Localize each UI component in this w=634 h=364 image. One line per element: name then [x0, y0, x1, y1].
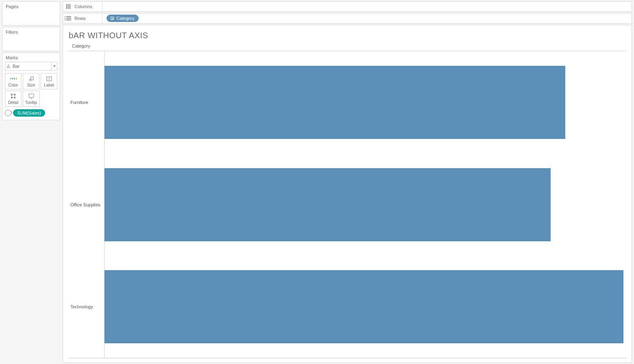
bar-furniture[interactable]: [105, 66, 565, 139]
svg-rect-5: [11, 97, 13, 98]
filters-title: Filters: [2, 27, 60, 37]
detail-button[interactable]: Detail: [5, 91, 22, 107]
columns-content[interactable]: [102, 2, 628, 11]
tooltip-icon: [28, 93, 35, 100]
right-area: Columns Rows Category bAR WITHOUT AXIS C…: [61, 0, 634, 364]
detail-label: Detail: [8, 100, 19, 105]
bars-column: [105, 51, 627, 358]
tooltip-label: Tooltip: [25, 100, 37, 105]
category-label-1[interactable]: Office Supplies: [68, 154, 104, 256]
category-pill-text: Category: [116, 16, 135, 21]
app-root: Pages Filters Marks Bar Color: [0, 0, 634, 364]
pill-text: SUM(Sales): [17, 110, 41, 115]
marks-title: Marks: [2, 53, 60, 62]
label-button[interactable]: T Label: [41, 73, 57, 89]
rows-content[interactable]: Category: [102, 13, 628, 23]
visualization-pane: bAR WITHOUT AXIS Category Furniture Offi…: [63, 25, 632, 363]
label-icon: T: [46, 76, 52, 82]
label-shelf-row: SUM(Sales): [2, 107, 60, 117]
plus-icon: [111, 17, 114, 20]
chart-title[interactable]: bAR WITHOUT AXIS: [67, 29, 627, 43]
mark-type-dropdown[interactable]: Bar: [5, 62, 57, 71]
chart-area: Furniture Office Supplies Technology: [68, 51, 627, 358]
columns-icon: [66, 4, 71, 9]
svg-rect-4: [11, 94, 13, 95]
bar-office-supplies[interactable]: [105, 168, 551, 241]
category-pill[interactable]: Category: [107, 15, 139, 22]
svg-point-1: [31, 77, 34, 80]
pages-shelf[interactable]: Pages: [2, 1, 60, 26]
columns-label: Columns: [74, 4, 99, 9]
size-icon: [28, 76, 35, 82]
svg-rect-7: [14, 97, 15, 98]
marks-card: Marks Bar Color Size: [2, 52, 60, 120]
row-field-header[interactable]: Category: [68, 43, 627, 51]
size-button[interactable]: Size: [23, 73, 39, 89]
columns-shelf[interactable]: Columns: [63, 1, 632, 12]
color-button[interactable]: Color: [5, 73, 22, 89]
color-label: Color: [9, 83, 18, 87]
rows-label: Rows: [74, 16, 99, 21]
chevron-down-icon: [51, 62, 57, 70]
rows-icon: [66, 16, 71, 20]
bar-technology[interactable]: [105, 270, 623, 343]
color-icon: [10, 76, 17, 82]
category-label-2[interactable]: Technology: [68, 256, 104, 358]
label-shelf-icon: [5, 110, 11, 116]
svg-rect-8: [29, 94, 34, 98]
category-labels-column: Furniture Office Supplies Technology: [68, 51, 105, 358]
category-label-0[interactable]: Furniture: [68, 51, 104, 154]
tooltip-button[interactable]: Tooltip: [23, 91, 39, 107]
sum-sales-pill[interactable]: SUM(Sales): [13, 109, 45, 117]
pages-title: Pages: [2, 2, 60, 11]
mark-type-label: Bar: [13, 64, 20, 69]
detail-icon: [10, 93, 17, 100]
left-sidebar: Pages Filters Marks Bar Color: [0, 0, 61, 364]
svg-text:T: T: [48, 77, 50, 81]
svg-rect-6: [14, 94, 15, 95]
rows-shelf[interactable]: Rows Category: [63, 13, 632, 24]
size-label: Size: [27, 83, 35, 87]
filters-shelf[interactable]: Filters: [2, 27, 60, 51]
label-label: Label: [44, 83, 54, 87]
bar-chart-icon: [7, 64, 10, 68]
